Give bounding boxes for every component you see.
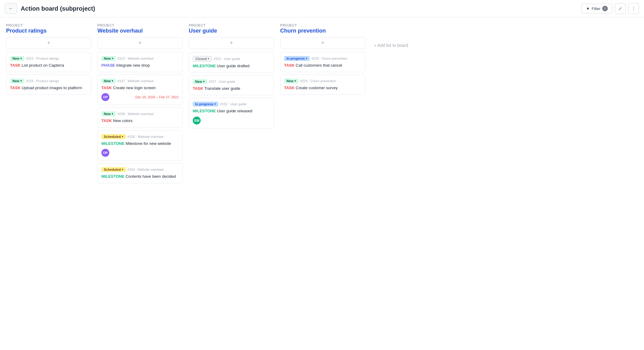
status-badge[interactable]: In progress ▾ [284,56,310,61]
card-title[interactable]: TASK Create new login screen [101,85,179,91]
card-title[interactable]: TASK Upload product images to platform [10,85,87,91]
more-button[interactable]: ⋮ [628,3,639,14]
card-type: TASK [101,86,113,90]
card-id: #147 · Website overhaul [118,79,153,83]
column-header: ProjectChurn prevention [280,23,365,34]
status-badge[interactable]: New ▾ [10,79,24,83]
project-name: Churn prevention [280,28,365,34]
card-meta: New ▾#222 · Product ratings [10,56,87,61]
card-type: PHASE [101,63,116,68]
card-title-text: Contents have been decided [125,174,176,179]
card-title[interactable]: TASK New colors [101,118,179,124]
card-title[interactable]: TASK Translate user guide [193,86,270,91]
filter-button[interactable]: ▼ Filter 0 [581,4,612,13]
card-title[interactable]: MILESTONE User guide drafted [193,63,270,69]
chevron-down-icon: ▾ [20,79,22,82]
avatar: OP [101,149,109,157]
column-header: ProjectUser guide [189,23,274,34]
status-badge[interactable]: New ▾ [10,56,24,61]
filter-icon: ▼ [586,6,590,11]
chevron-down-icon: ▾ [208,57,209,60]
card-type: MILESTONE [193,64,217,68]
card-type: TASK [284,86,296,90]
card-meta: Closed ▾#151 · User guide [193,56,270,61]
card-meta: New ▾#228 · Website overhaul [101,111,179,116]
chevron-down-icon: ▾ [122,135,123,138]
chevron-down-icon: ▾ [112,112,113,115]
card-type: MILESTONE [101,141,125,146]
card-title[interactable]: TASK Call customers that cancel [284,63,361,68]
add-card-button[interactable]: + [6,37,91,49]
chevron-down-icon: ▾ [122,168,123,171]
column-user-guide: ProjectUser guide+Closed ▾#151 · User gu… [189,23,274,131]
card-footer: OP [101,149,179,157]
card-title[interactable]: PHASE Integrate new shop [101,63,179,68]
card: New ▾#224 · Churn preventionTASK Create … [280,75,365,95]
card: New ▾#227 · User guideTASK Translate use… [189,75,274,95]
column-churn-prevention: ProjectChurn prevention+In progress ▾#22… [280,23,365,97]
card-id: #222 · Product ratings [26,57,59,60]
status-badge[interactable]: In progress ▾ [193,102,218,107]
project-label: Project [6,23,91,27]
status-badge[interactable]: Scheduled ▾ [101,134,126,139]
card-title-text: List product on Capterra [22,63,64,68]
card-meta: New ▾#227 · User guide [193,79,270,84]
card: In progress ▾#225 · Churn preventionTASK… [280,52,365,72]
card: Scheduled ▾#150 · Website overhaulMILEST… [97,130,183,161]
chevron-down-icon: ▾ [20,57,22,60]
card-meta: New ▾#224 · Churn prevention [284,79,361,83]
avatar: OP [101,93,109,101]
card-title-text: User guide released [217,109,252,113]
card-title-text: User guide drafted [217,64,249,68]
card: New ▾#226 · Product ratingsTASK Upload p… [6,75,91,95]
card-meta: Scheduled ▾#154 · Website overhaul [101,167,179,172]
status-badge[interactable]: New ▾ [284,79,298,83]
status-badge[interactable]: New ▾ [101,56,116,61]
card-id: #227 · User guide [209,80,235,83]
card-title-text: Milestone for new website [125,141,171,146]
card-title[interactable]: MILESTONE Contents have been decided [101,174,179,179]
status-badge[interactable]: New ▾ [101,79,116,83]
project-label: Project [280,23,365,27]
card-title[interactable]: TASK Create customer survey [284,85,361,91]
card: In progress ▾#152 · User guideMILESTONE … [189,98,274,128]
add-card-button[interactable]: + [97,37,183,49]
column-website-overhaul: ProjectWebsite overhaul+New ▾#223 · Webs… [97,23,183,186]
card-type: TASK [10,86,22,90]
add-list-button[interactable]: + Add list to board [371,40,410,50]
card-title[interactable]: TASK List product on Capterra [10,63,87,68]
card-id: #154 · Website overhaul [128,168,164,171]
add-card-button[interactable]: + [189,37,274,49]
column-product-ratings: ProjectProduct ratings+New ▾#222 · Produ… [6,23,91,97]
chevron-down-icon: ▾ [203,80,205,83]
card-meta: New ▾#226 · Product ratings [10,79,87,83]
status-badge[interactable]: Scheduled ▾ [101,167,126,172]
card-title-text: Translate user guide [204,86,240,91]
column-header: ProjectProduct ratings [6,23,91,34]
status-badge[interactable]: Closed ▾ [193,56,212,61]
card-title[interactable]: MILESTONE Milestone for new website [101,141,179,146]
card-meta: In progress ▾#225 · Churn prevention [284,56,361,61]
card-footer: OPDec 25, 2020 – Feb 27, 2021 [101,93,179,101]
header: ← Action board (subproject) ▼ Filter 0 ⤢… [0,0,644,17]
card-meta: Scheduled ▾#150 · Website overhaul [101,134,179,139]
card-id: #228 · Website overhaul [118,112,153,116]
card-id: #224 · Churn prevention [300,79,336,83]
card-title-text: Create new login screen [113,86,156,90]
card-type: MILESTONE [193,109,217,113]
card: Scheduled ▾#154 · Website overhaulMILEST… [97,163,183,183]
chevron-down-icon: ▾ [112,79,113,82]
expand-button[interactable]: ⤢ [615,3,626,14]
card-type: TASK [10,63,22,68]
card-title[interactable]: MILESTONE User guide released [193,108,270,114]
page-title: Action board (subproject) [21,5,578,12]
chevron-down-icon: ▾ [214,103,216,106]
status-badge[interactable]: New ▾ [101,111,116,116]
add-card-button[interactable]: + [280,37,365,49]
status-badge[interactable]: New ▾ [193,79,207,84]
chevron-down-icon: ▾ [112,57,113,60]
card-type: TASK [193,86,204,91]
project-name: Website overhaul [97,28,183,34]
card-title-text: Create customer survey [296,86,338,90]
back-button[interactable]: ← [5,3,17,14]
